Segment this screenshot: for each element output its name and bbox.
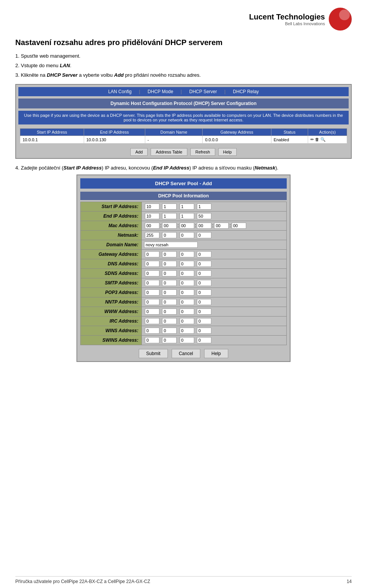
cell-status: Enabled [271, 136, 308, 144]
dhcp-config-title: Dynamic Host Configuration Protocol (DHC… [18, 99, 349, 108]
gateway-2[interactable] [162, 251, 177, 257]
nntp-2[interactable] [162, 299, 177, 305]
tab-dhcp-mode[interactable]: DHCP Mode [148, 89, 173, 94]
step-3-text: Klikněte na DHCP Server a vyberte volbu … [21, 72, 201, 78]
www-2[interactable] [162, 309, 177, 315]
irc-1[interactable] [145, 318, 159, 324]
nntp-3[interactable] [180, 299, 194, 305]
fields-wins [142, 326, 287, 336]
step-1: 1. Spusťte web management. [15, 53, 352, 59]
pop3-3[interactable] [180, 289, 194, 296]
step-2-bold: LAN [60, 63, 70, 68]
col-actions: Action(s) [308, 129, 347, 136]
refresh-button[interactable]: Refresh [190, 148, 215, 156]
pool-form-buttons: Submit Cancel Help [80, 349, 287, 358]
mac-6[interactable] [232, 223, 246, 229]
wins-1[interactable] [145, 328, 159, 334]
tab-dhcp-relay[interactable]: DHCP Relay [233, 89, 259, 94]
step-1-text: Spusťte web management. [21, 53, 80, 59]
sdns-1[interactable] [145, 270, 159, 276]
netmask-2[interactable] [162, 232, 177, 238]
dns-1[interactable] [145, 261, 159, 267]
sdns-2[interactable] [162, 270, 177, 276]
pool-section-title: DHCP Pool Information [80, 192, 287, 200]
netmask-4[interactable] [197, 232, 211, 238]
pop3-4[interactable] [197, 289, 211, 296]
label-start-ip: Start IP Address: [81, 202, 142, 212]
end-ip-4[interactable] [197, 213, 211, 219]
step-4-end: End IP Address [153, 165, 189, 171]
gateway-1[interactable] [145, 251, 159, 257]
smtp-4[interactable] [197, 280, 211, 286]
smtp-1[interactable] [145, 280, 159, 286]
wins-4[interactable] [197, 328, 211, 334]
cell-end-ip: 10.0.0.130 [84, 136, 145, 144]
fields-pop3 [142, 288, 287, 297]
swins-1[interactable] [145, 337, 159, 343]
step-4-netmask: Netmask [255, 165, 275, 171]
address-table-button[interactable]: Address Table [151, 148, 187, 156]
start-ip-3[interactable] [180, 204, 194, 210]
end-ip-1[interactable] [145, 213, 159, 219]
wins-3[interactable] [180, 328, 194, 334]
dns-3[interactable] [180, 261, 194, 267]
sdns-3[interactable] [180, 270, 194, 276]
gateway-4[interactable] [197, 251, 211, 257]
submit-button[interactable]: Submit [139, 349, 167, 358]
pool-help-button[interactable]: Help [204, 349, 228, 358]
mac-2[interactable] [162, 223, 177, 229]
help-button[interactable]: Help [218, 148, 237, 156]
dhcp-action-buttons: Add Address Table Refresh Help [18, 148, 349, 156]
step-2-num: 2. [15, 63, 21, 68]
mac-5[interactable] [214, 223, 229, 229]
start-ip-2[interactable] [162, 204, 177, 210]
mac-4[interactable] [197, 223, 211, 229]
end-ip-2[interactable] [162, 213, 177, 219]
wins-2[interactable] [162, 328, 177, 334]
fields-mac: ::::: [142, 221, 287, 231]
pop3-1[interactable] [145, 289, 159, 296]
sdns-4[interactable] [197, 270, 211, 276]
irc-3[interactable] [180, 318, 194, 324]
dns-4[interactable] [197, 261, 211, 267]
gateway-3[interactable] [180, 251, 194, 257]
field-wins: WINS Address: [81, 326, 287, 336]
delete-icon[interactable]: 🗑 [315, 137, 319, 142]
fields-smtp [142, 278, 287, 288]
swins-4[interactable] [197, 337, 211, 343]
tab-lan-config[interactable]: LAN Config [108, 89, 132, 94]
info-icon[interactable]: 🔍 [320, 137, 326, 142]
cancel-button[interactable]: Cancel [172, 349, 200, 358]
pop3-2[interactable] [162, 289, 177, 296]
start-ip-4[interactable] [197, 204, 211, 210]
fields-netmask [142, 231, 287, 240]
smtp-2[interactable] [162, 280, 177, 286]
edit-icon[interactable]: ✏ [310, 137, 314, 142]
netmask-3[interactable] [180, 232, 194, 238]
page-header: Lucent Technologies Bell Labs Innovation… [15, 8, 352, 31]
irc-2[interactable] [162, 318, 177, 324]
nntp-4[interactable] [197, 299, 211, 305]
field-domain: Domain Name: [81, 240, 287, 250]
netmask-1[interactable] [145, 232, 159, 238]
swins-3[interactable] [180, 337, 194, 343]
mac-1[interactable] [145, 223, 159, 229]
field-nntp: NNTP Address: [81, 297, 287, 307]
dns-2[interactable] [162, 261, 177, 267]
swins-2[interactable] [162, 337, 177, 343]
logo-company: Lucent Technologies [249, 13, 325, 21]
mac-3[interactable] [180, 223, 194, 229]
domain-name-input[interactable] [144, 242, 198, 248]
start-ip-1[interactable] [145, 204, 159, 210]
fields-end-ip [142, 212, 287, 221]
smtp-3[interactable] [180, 280, 194, 286]
add-button[interactable]: Add [130, 148, 148, 156]
nntp-1[interactable] [145, 299, 159, 305]
www-3[interactable] [180, 309, 194, 315]
field-irc: IRC Address: [81, 317, 287, 326]
irc-4[interactable] [197, 318, 211, 324]
tab-dhcp-server[interactable]: DHCP Server [189, 89, 217, 94]
www-1[interactable] [145, 309, 159, 315]
end-ip-3[interactable] [180, 213, 194, 219]
www-4[interactable] [197, 309, 211, 315]
